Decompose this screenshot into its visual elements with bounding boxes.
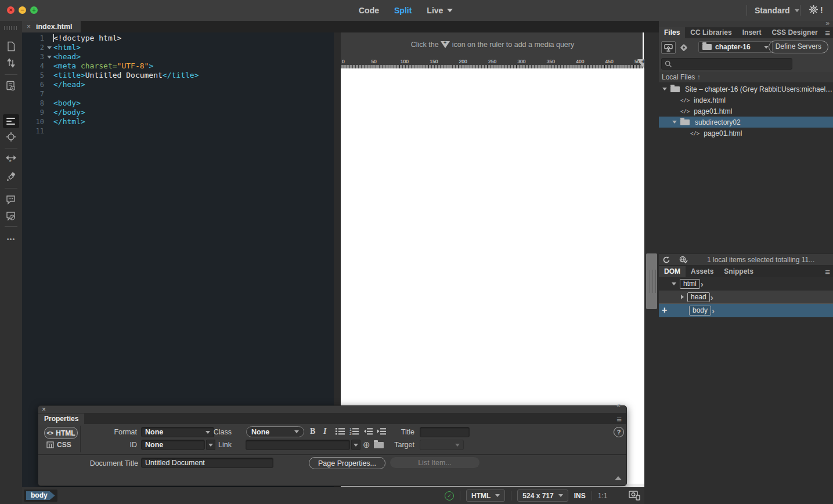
- site-select-dropdown[interactable]: chapter-16: [698, 41, 773, 53]
- code-line[interactable]: 3<head>: [22, 52, 334, 61]
- document-tab[interactable]: × index.html: [22, 21, 81, 32]
- window-minimize-button[interactable]: −: [19, 6, 26, 14]
- help-icon[interactable]: ?: [614, 427, 624, 437]
- dom-node[interactable]: html›: [659, 277, 833, 291]
- code-line[interactable]: 10</html>: [22, 117, 334, 126]
- dom-node[interactable]: +body›: [659, 304, 833, 317]
- file-tree-item[interactable]: subdirectory02: [659, 117, 833, 128]
- files-search-input[interactable]: [661, 58, 792, 70]
- panel-menu-icon[interactable]: ≡: [616, 414, 622, 424]
- define-servers-button[interactable]: Define Servers: [769, 41, 828, 53]
- remove-comment-icon[interactable]: [0, 209, 22, 223]
- italic-button[interactable]: I: [323, 427, 326, 436]
- toolbar-grip-handle[interactable]: [4, 26, 18, 30]
- link-input[interactable]: [246, 440, 350, 450]
- folder-icon: [680, 119, 690, 125]
- fold-arrow-icon[interactable]: [44, 52, 53, 61]
- view-mode-code[interactable]: Code: [359, 6, 379, 15]
- tab-dom[interactable]: DOM: [659, 266, 686, 277]
- file-tree-item[interactable]: Site – chapter-16 (Grey Rabbit:Users:mic…: [659, 84, 833, 95]
- dom-collapse-icon[interactable]: [681, 295, 684, 299]
- unordered-list-button[interactable]: [336, 427, 345, 435]
- files-panel-menu-icon[interactable]: ≡: [825, 28, 830, 38]
- remote-sync-icon[interactable]: [679, 256, 688, 264]
- close-tab-icon[interactable]: ×: [27, 23, 31, 30]
- git-icon[interactable]: [679, 42, 689, 53]
- window-close-button[interactable]: ×: [7, 6, 15, 14]
- apply-comment-icon[interactable]: [0, 193, 22, 206]
- code-line[interactable]: 9</body>: [22, 108, 334, 117]
- view-mode-split[interactable]: Split: [394, 6, 412, 15]
- code-line[interactable]: 7: [22, 89, 334, 99]
- sync-settings-button[interactable]: !: [809, 5, 823, 14]
- tab-files[interactable]: Files: [659, 27, 685, 38]
- code-line[interactable]: 2<html>: [22, 43, 334, 52]
- properties-tab[interactable]: Properties: [38, 414, 84, 425]
- view-mode-label: Code: [359, 6, 379, 15]
- point-to-file-icon[interactable]: ⊕: [363, 440, 370, 450]
- list-item-button[interactable]: List Item...: [390, 457, 479, 468]
- format-dropdown[interactable]: None: [141, 427, 214, 437]
- workspace-switcher[interactable]: Standard: [755, 0, 799, 21]
- code-line[interactable]: 1<!doctype html>: [22, 34, 334, 43]
- collapse-panels-icon[interactable]: »: [825, 19, 830, 27]
- link-dropdown-chevron[interactable]: [351, 440, 360, 450]
- view-mode-live[interactable]: Live: [427, 6, 453, 15]
- dom-node[interactable]: head›: [659, 291, 833, 304]
- code-line[interactable]: 5<title>Untitled Document</title>: [22, 71, 334, 80]
- tab-snippets[interactable]: Snippets: [719, 266, 759, 277]
- add-element-button[interactable]: +: [662, 305, 667, 316]
- id-dropdown[interactable]: None: [141, 440, 205, 450]
- folder-expand-icon[interactable]: [662, 88, 667, 90]
- site-view-icon[interactable]: [661, 41, 676, 54]
- title-input[interactable]: [420, 427, 470, 437]
- vertical-scrollbar-thumb[interactable]: [646, 253, 657, 309]
- close-panel-icon[interactable]: ×: [42, 405, 46, 414]
- code-line[interactable]: 4<meta charset="UTF-8">: [22, 61, 334, 71]
- indent-button[interactable]: [377, 427, 387, 435]
- file-tree-item[interactable]: </>page01.html: [659, 106, 833, 117]
- target-dropdown[interactable]: [420, 440, 464, 450]
- ordered-list-button[interactable]: 12: [349, 427, 359, 435]
- window-zoom-button[interactable]: +: [30, 6, 38, 14]
- browse-for-file-icon[interactable]: [374, 442, 384, 448]
- sort-up-arrow-icon[interactable]: ↑: [697, 73, 701, 81]
- inspect-mode-icon[interactable]: [0, 130, 22, 144]
- line-number: 11: [22, 126, 44, 136]
- code-line[interactable]: 11: [22, 126, 334, 136]
- fold-arrow-icon[interactable]: [44, 43, 53, 52]
- folder-expand-icon[interactable]: [672, 121, 677, 124]
- customize-toolbar-button[interactable]: •••: [0, 232, 22, 246]
- bold-button[interactable]: B: [310, 427, 315, 436]
- page-properties-button[interactable]: Page Properties...: [309, 457, 385, 469]
- expand-panel-icon[interactable]: [615, 476, 622, 480]
- insert-mode-indicator[interactable]: INS: [574, 492, 586, 500]
- css-properties-button[interactable]: CSS: [46, 441, 71, 449]
- tab-insert[interactable]: Insert: [737, 27, 767, 38]
- outdent-button[interactable]: [363, 427, 373, 435]
- doc-type-dropdown[interactable]: HTML: [466, 490, 505, 502]
- dom-panel-menu-icon[interactable]: ≡: [825, 267, 830, 277]
- wrap-tag-icon[interactable]: *: [0, 153, 22, 167]
- live-code-icon[interactable]: [0, 79, 22, 93]
- file-tree-item[interactable]: </>index.html: [659, 95, 833, 106]
- preview-in-browser-icon[interactable]: [629, 491, 640, 503]
- file-tree-item[interactable]: </>page01.html: [659, 128, 833, 139]
- file-management-icon[interactable]: [0, 56, 22, 70]
- window-size-dropdown[interactable]: 524 x 717: [517, 490, 568, 502]
- code-line[interactable]: 8<body>: [22, 99, 334, 108]
- tab-cc-libraries[interactable]: CC Libraries: [685, 27, 737, 38]
- apply-comment-brush-icon[interactable]: [0, 169, 22, 183]
- refresh-icon[interactable]: [662, 256, 670, 264]
- document-title-input[interactable]: Untitled Document: [141, 458, 273, 468]
- format-source-code-button[interactable]: [3, 114, 19, 128]
- tab-css-designer[interactable]: CSS Designer: [766, 27, 823, 38]
- code-line[interactable]: 6</head>: [22, 80, 334, 89]
- dom-expand-icon[interactable]: [672, 282, 676, 285]
- open-documents-icon[interactable]: [0, 39, 22, 53]
- html-properties-button[interactable]: <> HTML: [44, 427, 78, 439]
- class-dropdown[interactable]: None: [246, 426, 304, 437]
- collapse-panel-icon[interactable]: «: [616, 401, 621, 409]
- tab-assets[interactable]: Assets: [686, 266, 719, 277]
- tag-selector-body[interactable]: body: [26, 491, 55, 500]
